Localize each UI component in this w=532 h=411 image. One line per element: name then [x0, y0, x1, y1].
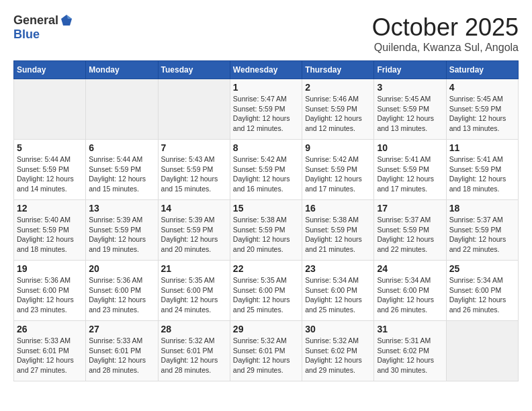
day-number: 9	[305, 142, 371, 153]
cell-content: Sunrise: 5:32 AM Sunset: 6:01 PM Dayligh…	[161, 336, 227, 375]
calendar-week-5: 26Sunrise: 5:33 AM Sunset: 6:01 PM Dayli…	[14, 321, 519, 381]
cell-content: Sunrise: 5:40 AM Sunset: 5:59 PM Dayligh…	[17, 215, 83, 255]
page-header: General Blue October 2025 Quilenda, Kwan…	[13, 13, 519, 54]
day-number: 16	[305, 203, 371, 214]
calendar-cell: 2Sunrise: 5:46 AM Sunset: 5:59 PM Daylig…	[302, 79, 374, 140]
day-number: 18	[449, 203, 515, 214]
cell-content: Sunrise: 5:36 AM Sunset: 6:00 PM Dayligh…	[89, 275, 154, 315]
day-number: 10	[377, 142, 443, 153]
logo-general-text: General	[13, 13, 58, 28]
day-number: 12	[17, 203, 83, 214]
cell-content: Sunrise: 5:31 AM Sunset: 6:02 PM Dayligh…	[377, 336, 443, 375]
calendar-cell	[86, 79, 158, 140]
calendar-cell: 20Sunrise: 5:36 AM Sunset: 6:00 PM Dayli…	[86, 261, 158, 321]
cell-content: Sunrise: 5:37 AM Sunset: 5:59 PM Dayligh…	[377, 215, 443, 255]
calendar-cell: 27Sunrise: 5:33 AM Sunset: 6:01 PM Dayli…	[86, 321, 158, 381]
calendar-cell	[14, 79, 86, 140]
day-number: 23	[305, 263, 371, 274]
cell-content: Sunrise: 5:43 AM Sunset: 5:59 PM Dayligh…	[161, 154, 227, 194]
calendar-cell: 31Sunrise: 5:31 AM Sunset: 6:02 PM Dayli…	[374, 321, 446, 381]
day-number: 1	[233, 82, 299, 93]
calendar-cell: 7Sunrise: 5:43 AM Sunset: 5:59 PM Daylig…	[158, 140, 230, 200]
header-monday: Monday	[86, 61, 158, 79]
cell-content: Sunrise: 5:36 AM Sunset: 6:00 PM Dayligh…	[17, 275, 83, 315]
cell-content: Sunrise: 5:34 AM Sunset: 6:00 PM Dayligh…	[377, 275, 443, 315]
day-number: 21	[161, 263, 227, 274]
calendar-cell: 8Sunrise: 5:42 AM Sunset: 5:59 PM Daylig…	[230, 140, 302, 200]
cell-content: Sunrise: 5:46 AM Sunset: 5:59 PM Dayligh…	[305, 94, 371, 134]
calendar-week-2: 5Sunrise: 5:44 AM Sunset: 5:59 PM Daylig…	[14, 140, 519, 200]
day-number: 4	[449, 82, 515, 93]
calendar-cell: 18Sunrise: 5:37 AM Sunset: 5:59 PM Dayli…	[446, 200, 518, 261]
logo: General Blue	[13, 13, 73, 42]
header-sunday: Sunday	[14, 61, 86, 79]
day-number: 28	[161, 324, 227, 334]
calendar-cell: 1Sunrise: 5:47 AM Sunset: 5:59 PM Daylig…	[230, 79, 302, 140]
location-subtitle: Quilenda, Kwanza Sul, Angola	[372, 42, 519, 54]
calendar-cell: 13Sunrise: 5:39 AM Sunset: 5:59 PM Dayli…	[86, 200, 158, 261]
cell-content: Sunrise: 5:38 AM Sunset: 5:59 PM Dayligh…	[305, 215, 371, 255]
day-number: 5	[17, 142, 83, 153]
header-thursday: Thursday	[302, 61, 374, 79]
day-number: 17	[377, 203, 443, 214]
cell-content: Sunrise: 5:32 AM Sunset: 6:02 PM Dayligh…	[305, 336, 371, 375]
day-number: 3	[377, 82, 443, 93]
title-section: October 2025 Quilenda, Kwanza Sul, Angol…	[372, 13, 519, 54]
day-number: 30	[305, 324, 371, 334]
calendar-cell	[446, 321, 518, 381]
day-number: 13	[89, 203, 154, 214]
calendar-cell: 9Sunrise: 5:42 AM Sunset: 5:59 PM Daylig…	[302, 140, 374, 200]
cell-content: Sunrise: 5:47 AM Sunset: 5:59 PM Dayligh…	[233, 94, 299, 134]
cell-content: Sunrise: 5:34 AM Sunset: 6:00 PM Dayligh…	[305, 275, 371, 315]
calendar-cell: 19Sunrise: 5:36 AM Sunset: 6:00 PM Dayli…	[14, 261, 86, 321]
calendar-cell: 23Sunrise: 5:34 AM Sunset: 6:00 PM Dayli…	[302, 261, 374, 321]
calendar-body: 1Sunrise: 5:47 AM Sunset: 5:59 PM Daylig…	[14, 79, 519, 381]
days-header-row: Sunday Monday Tuesday Wednesday Thursday…	[14, 61, 519, 79]
calendar-cell: 28Sunrise: 5:32 AM Sunset: 6:01 PM Dayli…	[158, 321, 230, 381]
cell-content: Sunrise: 5:44 AM Sunset: 5:59 PM Dayligh…	[17, 154, 83, 194]
header-friday: Friday	[374, 61, 446, 79]
logo-icon	[60, 13, 73, 27]
calendar-cell	[158, 79, 230, 140]
day-number: 31	[377, 324, 443, 334]
calendar-cell: 10Sunrise: 5:41 AM Sunset: 5:59 PM Dayli…	[374, 140, 446, 200]
cell-content: Sunrise: 5:41 AM Sunset: 5:59 PM Dayligh…	[449, 154, 515, 194]
day-number: 6	[89, 142, 154, 153]
header-wednesday: Wednesday	[230, 61, 302, 79]
day-number: 29	[233, 324, 299, 334]
cell-content: Sunrise: 5:45 AM Sunset: 5:59 PM Dayligh…	[377, 94, 443, 134]
logo-blue-text: Blue	[13, 28, 40, 41]
calendar-cell: 21Sunrise: 5:35 AM Sunset: 6:00 PM Dayli…	[158, 261, 230, 321]
cell-content: Sunrise: 5:35 AM Sunset: 6:00 PM Dayligh…	[233, 275, 299, 315]
cell-content: Sunrise: 5:33 AM Sunset: 6:01 PM Dayligh…	[89, 336, 154, 375]
calendar-cell: 17Sunrise: 5:37 AM Sunset: 5:59 PM Dayli…	[374, 200, 446, 261]
day-number: 2	[305, 82, 371, 93]
calendar-cell: 3Sunrise: 5:45 AM Sunset: 5:59 PM Daylig…	[374, 79, 446, 140]
calendar-cell: 16Sunrise: 5:38 AM Sunset: 5:59 PM Dayli…	[302, 200, 374, 261]
day-number: 11	[449, 142, 515, 153]
calendar-table: Sunday Monday Tuesday Wednesday Thursday…	[13, 60, 519, 381]
cell-content: Sunrise: 5:32 AM Sunset: 6:01 PM Dayligh…	[233, 336, 299, 375]
header-tuesday: Tuesday	[158, 61, 230, 79]
calendar-week-4: 19Sunrise: 5:36 AM Sunset: 6:00 PM Dayli…	[14, 261, 519, 321]
cell-content: Sunrise: 5:42 AM Sunset: 5:59 PM Dayligh…	[305, 154, 371, 194]
day-number: 22	[233, 263, 299, 274]
cell-content: Sunrise: 5:37 AM Sunset: 5:59 PM Dayligh…	[449, 215, 515, 255]
cell-content: Sunrise: 5:39 AM Sunset: 5:59 PM Dayligh…	[161, 215, 227, 255]
calendar-week-1: 1Sunrise: 5:47 AM Sunset: 5:59 PM Daylig…	[14, 79, 519, 140]
cell-content: Sunrise: 5:34 AM Sunset: 6:00 PM Dayligh…	[449, 275, 515, 315]
day-number: 26	[17, 324, 83, 334]
day-number: 27	[89, 324, 154, 334]
month-title: October 2025	[372, 13, 519, 42]
day-number: 7	[161, 142, 227, 153]
cell-content: Sunrise: 5:35 AM Sunset: 6:00 PM Dayligh…	[161, 275, 227, 315]
day-number: 14	[161, 203, 227, 214]
day-number: 24	[377, 263, 443, 274]
calendar-header: Sunday Monday Tuesday Wednesday Thursday…	[14, 61, 519, 79]
cell-content: Sunrise: 5:38 AM Sunset: 5:59 PM Dayligh…	[233, 215, 299, 255]
day-number: 20	[89, 263, 154, 274]
svg-marker-0	[61, 15, 72, 26]
cell-content: Sunrise: 5:41 AM Sunset: 5:59 PM Dayligh…	[377, 154, 443, 194]
calendar-cell: 26Sunrise: 5:33 AM Sunset: 6:01 PM Dayli…	[14, 321, 86, 381]
calendar-cell: 6Sunrise: 5:44 AM Sunset: 5:59 PM Daylig…	[86, 140, 158, 200]
